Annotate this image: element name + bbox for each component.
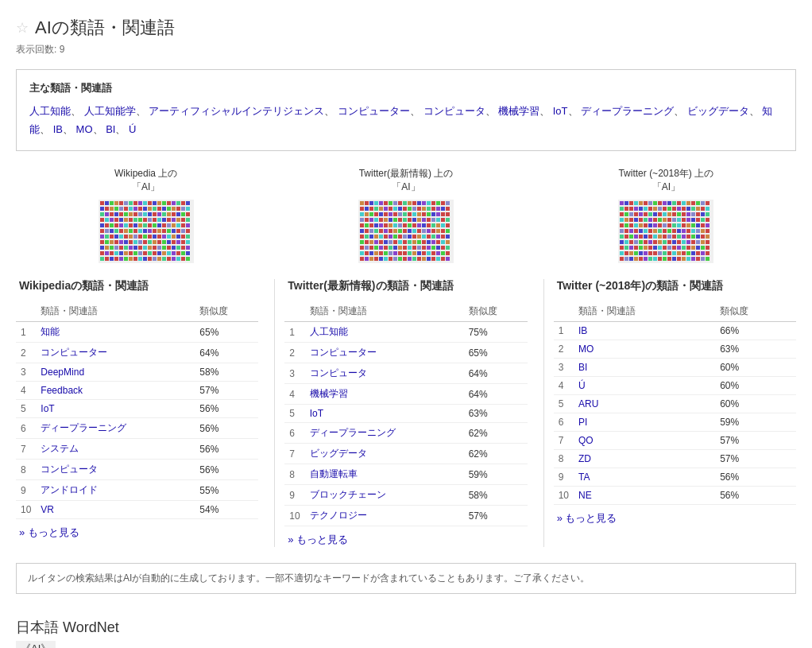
word-link[interactable]: 機械学習 (310, 388, 348, 399)
word-cell[interactable]: ディープラーニング (305, 423, 464, 444)
word-cell[interactable]: ディープラーニング (36, 418, 195, 439)
word-link[interactable]: TA (578, 471, 590, 483)
word-cell[interactable]: DeepMind (36, 363, 195, 382)
table-block-twitter-old: Twitter (~2018年)の類語・関連語 類語・関連語 類似度 1 IB … (543, 279, 796, 547)
word-link[interactable]: 人工知能 (310, 326, 348, 337)
word-cell[interactable]: PI (574, 413, 715, 432)
word-cell[interactable]: BI (574, 359, 715, 377)
synonym-link[interactable]: Ú (129, 123, 136, 135)
word-link[interactable]: MO (578, 343, 594, 355)
word-link[interactable]: コンピューター (310, 347, 377, 358)
word-cell[interactable]: IoT (305, 405, 464, 423)
wordnet-title: 日本語 WordNet (16, 618, 796, 637)
word-link[interactable]: Feedback (41, 385, 83, 396)
svg-rect-554 (620, 240, 624, 244)
word-cell[interactable]: IB (574, 322, 715, 340)
synonym-link[interactable]: MO (76, 123, 93, 135)
word-cell[interactable]: 自動運転車 (305, 464, 464, 485)
word-link[interactable]: QO (578, 435, 594, 446)
word-link[interactable]: コンピュータ (310, 367, 367, 378)
word-link[interactable]: アンドロイド (41, 484, 98, 495)
svg-rect-308 (369, 229, 373, 233)
svg-rect-398 (436, 251, 440, 255)
svg-rect-369 (389, 246, 392, 250)
svg-rect-285 (441, 218, 445, 222)
word-cell[interactable]: IoT (36, 400, 195, 418)
word-cell[interactable]: ARU (574, 395, 715, 413)
word-link[interactable]: IB (578, 325, 587, 336)
synonym-link[interactable]: ディープラーニング (581, 105, 674, 117)
word-link[interactable]: IoT (41, 403, 54, 414)
word-cell[interactable]: コンピュータ (36, 460, 195, 480)
word-link[interactable]: DeepMind (41, 367, 84, 378)
svg-rect-136 (110, 240, 114, 244)
word-link[interactable]: 自動運転車 (310, 468, 358, 479)
word-link[interactable]: IoT (310, 408, 323, 419)
word-cell[interactable]: Feedback (36, 382, 195, 400)
word-link[interactable]: コンピュータ (41, 464, 98, 475)
svg-rect-323 (441, 229, 445, 233)
star-icon[interactable]: ☆ (16, 19, 29, 37)
svg-rect-488 (667, 218, 671, 222)
synonym-link[interactable]: アーティフィシャルインテリジェンス (149, 105, 324, 117)
synonym-link[interactable]: 機械学習 (498, 105, 539, 117)
word-cell[interactable]: 知能 (36, 322, 195, 343)
synonym-link[interactable]: BI (106, 123, 115, 135)
word-link[interactable]: ZD (578, 453, 591, 464)
word-cell[interactable]: QO (574, 432, 715, 450)
synonym-link[interactable]: コンピューター (338, 105, 410, 117)
synonym-link[interactable]: IoT (553, 105, 568, 117)
word-cell[interactable]: コンピューター (36, 343, 195, 363)
word-link[interactable]: Ú (578, 380, 586, 391)
word-cell[interactable]: TA (574, 468, 715, 487)
word-cell[interactable]: NE (574, 487, 715, 505)
word-cell[interactable]: Ú (574, 377, 715, 395)
synonym-link[interactable]: ビッグデータ (687, 105, 749, 117)
word-cell[interactable]: アンドロイド (36, 480, 195, 501)
svg-rect-119 (119, 235, 123, 239)
word-cell[interactable]: コンピューター (305, 343, 464, 363)
word-cell[interactable]: ビッグデータ (305, 444, 464, 464)
word-link[interactable]: VR (41, 504, 54, 515)
word-cell[interactable]: MO (574, 340, 715, 359)
word-link[interactable]: コンピューター (41, 347, 107, 358)
synonym-link[interactable]: 人工知能学 (84, 105, 136, 117)
word-link[interactable]: 知能 (41, 326, 60, 337)
word-cell[interactable]: コンピュータ (305, 363, 464, 384)
more-link-wikipedia[interactable]: » もっと見る (16, 526, 258, 540)
svg-rect-274 (389, 218, 392, 222)
synonym-link[interactable]: コンピュータ (423, 105, 485, 117)
svg-rect-135 (105, 240, 109, 244)
word-cell[interactable]: ブロックチェーン (305, 485, 464, 506)
word-link[interactable]: BI (578, 362, 587, 373)
svg-rect-276 (398, 218, 402, 222)
more-link-twitter-old[interactable]: » もっと見る (554, 511, 796, 526)
word-link[interactable]: ブロックチェーン (310, 489, 386, 500)
word-link[interactable]: システム (41, 443, 79, 454)
word-cell[interactable]: システム (36, 439, 195, 460)
svg-rect-502 (644, 223, 648, 227)
word-link[interactable]: ディープラーニング (41, 422, 126, 433)
svg-rect-49 (148, 212, 152, 216)
word-cell[interactable]: ZD (574, 450, 715, 468)
word-cell[interactable]: VR (36, 501, 195, 519)
word-link[interactable]: ARU (578, 398, 598, 409)
table-block-wikipedia: Wikipediaの類語・関連語 類語・関連語 類似度 1 知能 65% 2 コ… (16, 279, 258, 547)
word-cell[interactable]: 人工知能 (305, 322, 464, 343)
word-link[interactable]: テクノロジー (310, 510, 367, 521)
word-link[interactable]: PI (578, 417, 587, 428)
rank-cell: 4 (16, 382, 36, 400)
table-row: 5 IoT 56% (16, 400, 258, 418)
word-link[interactable]: ビッグデータ (310, 448, 367, 459)
synonym-link[interactable]: IB (53, 123, 63, 135)
svg-rect-579 (648, 246, 652, 250)
word-cell[interactable]: 機械学習 (305, 384, 464, 405)
svg-rect-269 (365, 218, 369, 222)
word-link[interactable]: ディープラーニング (310, 427, 396, 438)
more-link-twitter-new[interactable]: » もっと見る (284, 533, 527, 547)
synonym-link[interactable]: 人工知能 (29, 105, 71, 117)
word-link[interactable]: NE (578, 490, 592, 501)
table-row: 7 ビッグデータ 62% (284, 444, 527, 464)
svg-rect-543 (658, 235, 662, 239)
word-cell[interactable]: テクノロジー (305, 506, 464, 526)
